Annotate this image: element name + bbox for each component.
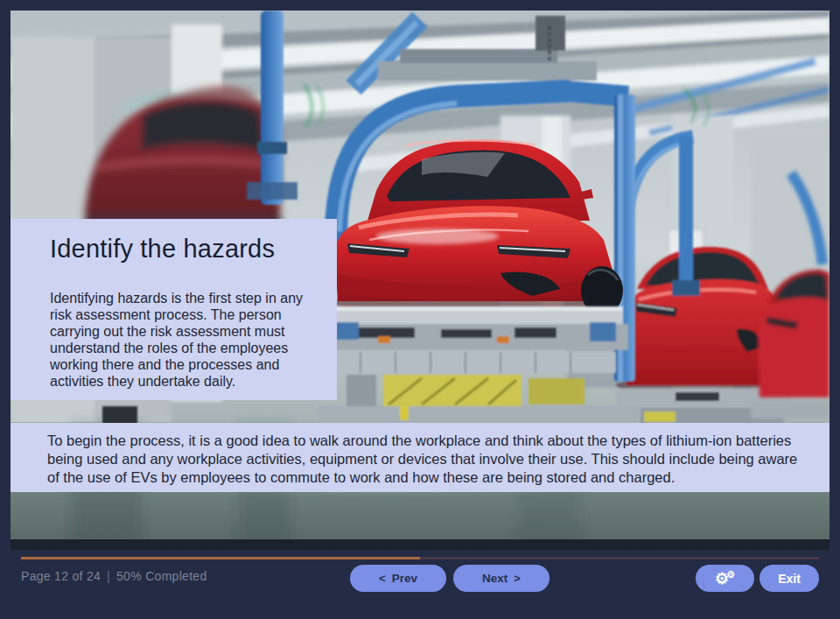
chevron-left-icon: < xyxy=(379,572,386,585)
page-status: Page 12 of 24|50% Completed xyxy=(21,569,207,583)
exit-button[interactable]: Exit xyxy=(760,565,819,592)
banner-paragraph: To begin the process, it is a good idea … xyxy=(47,432,805,487)
settings-button[interactable]: ⚙ ⚙ xyxy=(696,565,754,592)
slide-image-area: Identify the hazards Identifying hazards… xyxy=(10,11,830,550)
page-number-label: Page 12 of 24 xyxy=(21,569,101,583)
exit-button-label: Exit xyxy=(778,572,801,586)
footer-bar: Page 12 of 24|50% Completed < Prev Next … xyxy=(0,550,840,619)
status-separator: | xyxy=(107,569,110,583)
content-panel: Identify the hazards Identifying hazards… xyxy=(10,219,337,400)
progress-bar xyxy=(21,557,819,559)
next-button-label: Next xyxy=(482,572,508,585)
page-title: Identify the hazards xyxy=(50,235,318,264)
prev-button-label: Prev xyxy=(392,572,417,585)
chevron-right-icon: > xyxy=(514,572,521,585)
intro-paragraph: Identifying hazards is the first step in… xyxy=(50,290,318,390)
prev-button[interactable]: < Prev xyxy=(350,565,446,592)
progress-fill xyxy=(21,557,420,559)
settings-gear-small-icon: ⚙ xyxy=(726,570,735,580)
course-player: { "slide": { "title": "Identify the haza… xyxy=(0,0,840,619)
info-banner: To begin the process, it is a good idea … xyxy=(10,423,830,492)
completed-label: 50% Completed xyxy=(116,569,207,583)
next-button[interactable]: Next > xyxy=(453,565,550,592)
